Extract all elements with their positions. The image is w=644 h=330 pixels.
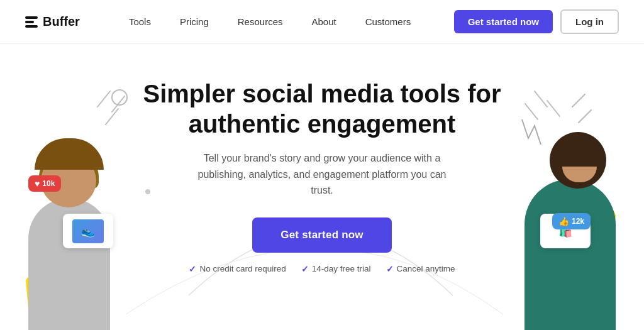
- logo-icon: [25, 16, 38, 28]
- hero-title: Simpler social media tools for authentic…: [143, 79, 501, 139]
- hero-section: ♥ 10k 👍 12k 👟 🛍️: [0, 44, 644, 330]
- notif-left-count: 10k: [42, 179, 55, 188]
- notification-badge-right: 👍 12k: [552, 213, 591, 229]
- nav-login-button[interactable]: Log in: [560, 9, 619, 34]
- hero-badges: ✓ No credit card required ✓ 14-day free …: [189, 264, 455, 274]
- notif-right-count: 12k: [572, 217, 584, 226]
- check-icon-1: ✓: [189, 264, 196, 274]
- logo[interactable]: Buffer: [25, 14, 80, 29]
- badge-free-trial: ✓ 14-day free trial: [301, 264, 371, 274]
- badge-no-credit-card: ✓ No credit card required: [189, 264, 286, 274]
- nav-customers[interactable]: Customers: [354, 11, 423, 32]
- heart-icon: ♥: [35, 179, 40, 189]
- navbar: Buffer Tools Pricing Resources About Cus…: [0, 0, 644, 44]
- nav-get-started-button[interactable]: Get started now: [454, 10, 553, 33]
- notification-badge-left: ♥ 10k: [28, 175, 61, 192]
- card-inner: 👟: [72, 219, 104, 243]
- check-icon-2: ✓: [301, 264, 309, 274]
- card-left: 👟: [63, 214, 113, 248]
- nav-about[interactable]: About: [300, 11, 347, 32]
- nav-actions: Get started now Log in: [454, 9, 619, 34]
- like-icon: 👍: [558, 216, 569, 226]
- nav-resources[interactable]: Resources: [226, 11, 294, 32]
- logo-text: Buffer: [43, 14, 80, 29]
- check-icon-3: ✓: [386, 264, 394, 274]
- nav-tools[interactable]: Tools: [118, 11, 162, 32]
- hero-subtitle: Tell your brand's story and grow your au…: [190, 150, 454, 199]
- nav-links: Tools Pricing Resources About Customers: [118, 11, 454, 32]
- nav-pricing[interactable]: Pricing: [169, 11, 220, 32]
- badge-cancel-anytime: ✓ Cancel anytime: [386, 264, 455, 274]
- hero-get-started-button[interactable]: Get started now: [252, 217, 391, 253]
